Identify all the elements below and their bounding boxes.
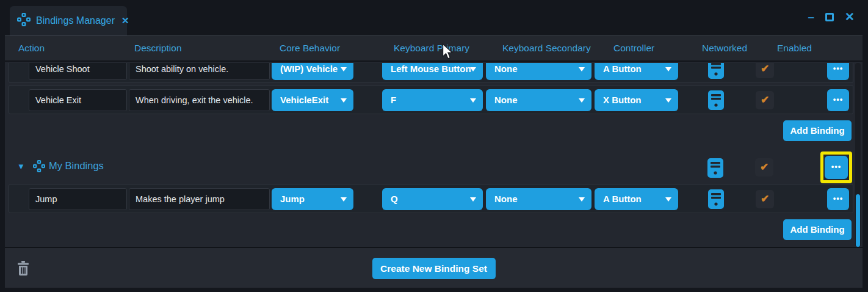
vertical-scrollbar[interactable] bbox=[855, 63, 861, 247]
enabled-checkbox[interactable]: ✔ bbox=[756, 63, 774, 78]
tab-title: Bindings Manager bbox=[36, 15, 115, 26]
binding-row-jump: Jump Makes the player jump Jump Q None A… bbox=[9, 184, 853, 213]
keyboard-primary-dropdown[interactable]: Left Mouse Button bbox=[382, 63, 483, 80]
col-networked: Networked bbox=[702, 43, 747, 54]
chevron-down-icon bbox=[665, 197, 671, 202]
row-more-button[interactable]: ••• bbox=[827, 188, 849, 210]
row-more-button[interactable]: ••• bbox=[827, 63, 849, 80]
controller-dropdown[interactable]: A Button bbox=[595, 63, 678, 80]
networked-icon bbox=[708, 90, 724, 112]
action-input[interactable]: Jump bbox=[29, 188, 127, 210]
chevron-down-icon bbox=[579, 197, 585, 202]
chevron-down-icon bbox=[470, 98, 476, 103]
col-controller: Controller bbox=[613, 43, 654, 54]
tab-bindings-manager[interactable]: Bindings Manager ✕ bbox=[10, 6, 127, 35]
chevron-down-icon bbox=[579, 98, 585, 103]
row-more-button[interactable]: ••• bbox=[827, 89, 849, 111]
description-input[interactable]: Makes the player jump bbox=[129, 188, 270, 210]
check-icon: ✔ bbox=[761, 193, 769, 205]
chevron-down-icon bbox=[665, 67, 671, 71]
window-controls: – ✕ bbox=[808, 11, 855, 23]
check-icon: ✔ bbox=[760, 161, 769, 173]
group-more-button[interactable]: ••• bbox=[825, 156, 848, 179]
col-keyboard-secondary: Keyboard Secondary bbox=[502, 43, 591, 54]
action-input[interactable]: Vehicle Exit bbox=[29, 89, 127, 111]
chevron-down-icon bbox=[470, 197, 476, 202]
highlight-outline: ••• bbox=[820, 151, 852, 183]
chevron-down-icon bbox=[341, 197, 347, 202]
minimize-icon[interactable]: – bbox=[808, 11, 815, 23]
col-description: Description bbox=[134, 43, 182, 54]
chevron-down-icon bbox=[665, 98, 671, 103]
titlebar: Bindings Manager ✕ – ✕ bbox=[0, 0, 868, 35]
add-binding-button[interactable]: Add Binding bbox=[783, 120, 852, 141]
enabled-checkbox[interactable]: ✔ bbox=[755, 158, 773, 177]
col-enabled: Enabled bbox=[777, 43, 812, 54]
core-behavior-dropdown[interactable]: Jump bbox=[272, 188, 353, 210]
keyboard-secondary-dropdown[interactable]: None bbox=[486, 89, 591, 111]
description-input[interactable]: Shoot ability on vehicle. bbox=[129, 63, 270, 80]
networked-icon bbox=[708, 189, 724, 211]
check-icon: ✔ bbox=[761, 94, 769, 106]
core-behavior-dropdown[interactable]: (WIP) Vehicle bbox=[272, 63, 353, 80]
chevron-down-icon bbox=[341, 98, 347, 103]
chevron-down-icon bbox=[579, 67, 585, 71]
action-input[interactable]: Vehicle Shoot bbox=[29, 63, 127, 80]
col-action: Action bbox=[18, 43, 45, 54]
controller-dropdown[interactable]: X Button bbox=[595, 89, 678, 111]
description-input[interactable]: When driving, exit the vehicle. bbox=[129, 89, 270, 111]
check-icon: ✔ bbox=[761, 63, 769, 75]
keyboard-primary-dropdown[interactable]: F bbox=[382, 89, 483, 111]
footer-bar: Create New Binding Set bbox=[5, 247, 863, 288]
collapse-arrow-icon[interactable]: ▼ bbox=[17, 162, 25, 171]
networked-icon bbox=[708, 63, 724, 81]
bindings-manager-window: Bindings Manager ✕ – ✕ Action Descriptio… bbox=[0, 0, 868, 292]
bindings-icon bbox=[17, 13, 31, 29]
networked-icon bbox=[707, 158, 723, 180]
col-keyboard-primary: Keyboard Primary bbox=[394, 43, 469, 54]
trash-icon[interactable] bbox=[17, 261, 29, 279]
keyboard-primary-dropdown[interactable]: Q bbox=[382, 188, 483, 210]
chevron-down-icon bbox=[341, 67, 347, 71]
group-label[interactable]: My Bindings bbox=[49, 160, 104, 172]
binding-row-vehicle-exit: Vehicle Exit When driving, exit the vehi… bbox=[9, 85, 853, 114]
create-new-binding-set-button[interactable]: Create New Binding Set bbox=[372, 258, 496, 279]
binding-row-vehicle-shoot: Vehicle Shoot Shoot ability on vehicle. … bbox=[9, 63, 853, 83]
enabled-checkbox[interactable]: ✔ bbox=[756, 190, 774, 208]
bindings-icon bbox=[33, 160, 45, 175]
chevron-down-icon bbox=[470, 67, 476, 71]
core-behavior-dropdown[interactable]: VehicleExit bbox=[272, 89, 353, 111]
content-panel: Action Description Core Behavior Keyboar… bbox=[5, 35, 863, 288]
enabled-checkbox[interactable]: ✔ bbox=[756, 91, 774, 109]
keyboard-secondary-dropdown[interactable]: None bbox=[486, 188, 591, 210]
group-row-my-bindings: ▼ bbox=[9, 151, 853, 183]
controller-dropdown[interactable]: A Button bbox=[595, 188, 678, 210]
col-core-behavior: Core Behavior bbox=[280, 43, 340, 54]
tab-close-icon[interactable]: ✕ bbox=[121, 15, 129, 26]
keyboard-secondary-dropdown[interactable]: None bbox=[486, 63, 591, 80]
bindings-scroll-area[interactable]: Vehicle Shoot Shoot ability on vehicle. … bbox=[5, 63, 863, 247]
add-binding-button[interactable]: Add Binding bbox=[783, 219, 852, 240]
close-icon[interactable]: ✕ bbox=[845, 11, 855, 23]
maximize-icon[interactable] bbox=[825, 13, 834, 21]
scrollbar-thumb[interactable] bbox=[856, 194, 860, 247]
column-header-row: Action Description Core Behavior Keyboar… bbox=[5, 36, 863, 62]
